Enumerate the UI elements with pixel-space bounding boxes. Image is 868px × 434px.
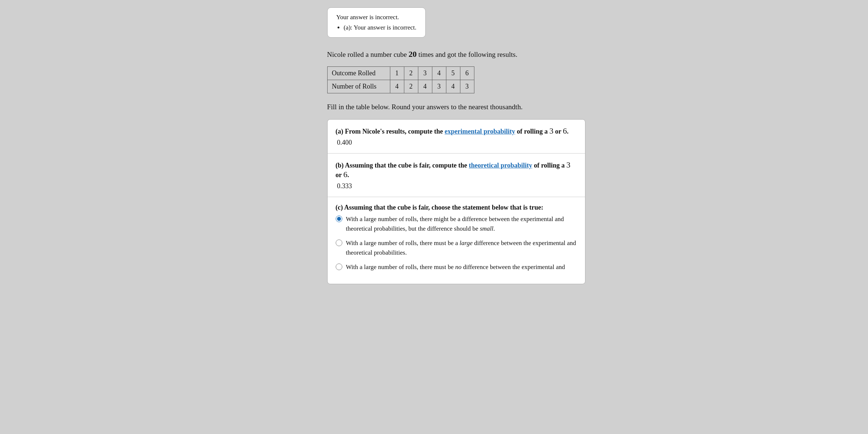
part-a-text-after: of rolling a [515,128,549,135]
part-b-conjunction: or [336,171,343,179]
part-b-question: Assuming that the cube is fair, compute … [336,162,571,179]
outcome-label: Outcome Rolled [327,67,390,80]
part-a-text-before: From Nicole's results, compute the [345,128,445,135]
opt1-text-before: With a large number of rolls, there migh… [346,216,564,232]
part-b-part: (b) [336,162,344,169]
opt2-italic: large [460,240,473,247]
intro-text: Nicole rolled a number cube 20 times and… [327,49,585,59]
rolls-label: Number of Rolls [327,80,390,93]
part-c-question-text: Assuming that the cube is fair, choose t… [344,204,543,211]
part-b-text-after: of rolling a [532,162,567,169]
radio-option-2[interactable]: With a large number of rolls, there must… [336,238,577,257]
opt3-italic: no [455,264,461,271]
part-a-section: (a) From Nicole's results, compute the e… [328,120,585,154]
error-item: (a): Your answer is incorrect. [344,24,416,31]
part-a-answer: 0.400 [336,139,577,147]
radio-input-1[interactable] [336,216,342,222]
part-a-num1: 3 [549,126,553,135]
table-header-row: Outcome Rolled 1 2 3 4 5 6 [327,67,474,80]
part-c-section: (c) Assuming that the cube is fair, choo… [328,197,585,284]
opt3-text-before: With a large number of rolls, there must… [346,264,455,271]
part-b-text-before: Assuming that the cube is fair, compute … [345,162,469,169]
radio-label-3: With a large number of rolls, there must… [346,262,565,272]
error-title: Your answer is incorrect. [336,14,416,21]
theoretical-probability-link[interactable]: theoretical probability [469,162,532,169]
outcome-1: 1 [390,67,404,80]
opt2-text-before: With a large number of rolls, there must… [346,240,460,247]
radio-input-3[interactable] [336,264,342,270]
radio-input-2[interactable] [336,240,342,246]
part-b-num1: 3 [566,160,570,169]
part-a-conjunction: or [553,128,563,135]
part-a-question: From Nicole's results, compute the exper… [345,128,568,135]
data-table: Outcome Rolled 1 2 3 4 5 6 Number of Rol… [327,66,474,93]
part-b-period: . [347,171,349,179]
experimental-probability-link[interactable]: experimental probability [445,128,515,135]
radio-option-3[interactable]: With a large number of rolls, there must… [336,262,577,272]
opt3-text-after: difference between the experimental and [461,264,565,271]
outcome-2: 2 [404,67,418,80]
intro-number: 20 [409,49,417,59]
opt1-text-after: . [494,225,495,232]
radio-label-1: With a large number of rolls, there migh… [346,214,577,233]
outcome-5: 5 [446,67,460,80]
intro-text-after: times and got the following results. [417,51,518,58]
error-box: Your answer is incorrect. (a): Your answ… [327,7,426,38]
part-b-answer: 0.333 [336,182,577,190]
part-c-part: (c) [336,204,343,211]
radio-label-2: With a large number of rolls, there must… [346,238,577,257]
rolls-3: 4 [418,80,432,93]
rolls-5: 4 [446,80,460,93]
part-a-num2: 6 [563,126,567,135]
radio-option-1[interactable]: With a large number of rolls, there migh… [336,214,577,233]
outcome-4: 4 [432,67,446,80]
page-wrapper: Your answer is incorrect. (a): Your answ… [268,0,600,299]
opt1-italic: small [480,225,494,232]
part-a-label: (a) From Nicole's results, compute the e… [336,126,577,136]
instructions-text: Fill in the table below. Round your answ… [327,103,585,111]
part-b-num2: 6 [343,170,347,179]
rolls-2: 2 [404,80,418,93]
part-b-section: (b) Assuming that the cube is fair, comp… [328,154,585,197]
outcome-6: 6 [460,67,474,80]
part-c-label: (c) Assuming that the cube is fair, choo… [336,204,577,211]
part-a-period: . [567,128,569,135]
rolls-6: 3 [460,80,474,93]
answer-container: (a) From Nicole's results, compute the e… [327,119,585,284]
part-a-part: (a) [336,128,343,135]
intro-text-before: Nicole rolled a number cube [327,51,409,58]
outcome-3: 3 [418,67,432,80]
rolls-1: 4 [390,80,404,93]
table-data-row: Number of Rolls 4 2 4 3 4 3 [327,80,474,93]
rolls-4: 3 [432,80,446,93]
part-b-label: (b) Assuming that the cube is fair, comp… [336,160,577,179]
